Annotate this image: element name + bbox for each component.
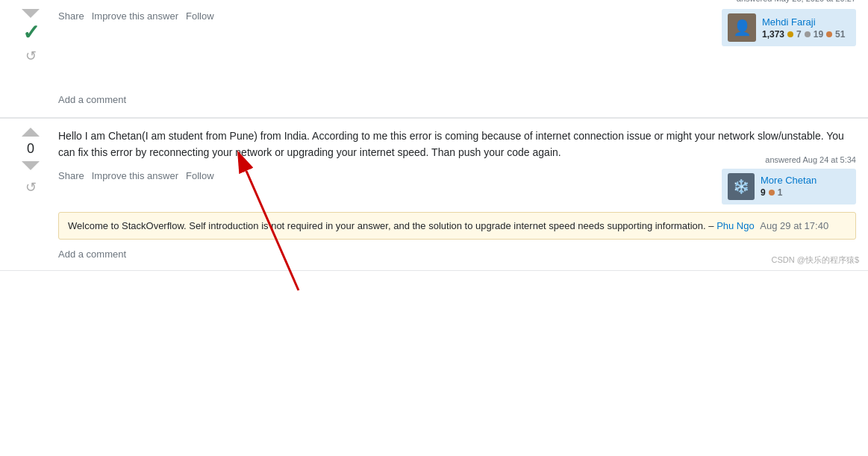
downvote-arrow-1[interactable]: [22, 9, 40, 18]
first-answered-time: answered May 28, 2020 at 20:27: [737, 0, 856, 3]
first-avatar-img: 👤: [728, 13, 756, 42]
first-gold-dot: [787, 31, 793, 37]
second-add-comment[interactable]: Add a comment: [58, 246, 126, 263]
first-avatar: 👤: [728, 13, 756, 42]
first-answerer-info: Mehdi Faraji 1,373 7 19 51: [762, 16, 845, 40]
second-answer-content: Hello I am Chetan(I am student from Pune…: [49, 128, 856, 270]
follow-link-2[interactable]: Follow: [186, 170, 214, 181]
comment-separator: –: [708, 220, 716, 231]
second-answer-body: Hello I am Chetan(I am student from Pune…: [58, 128, 856, 161]
first-bronze-dot: [826, 31, 832, 37]
first-answer-meta: Share Improve this answer Follow 👤 Mehdi…: [58, 9, 856, 46]
first-answer: ✓ ↺ Share Improve this answer Follow 👤 M…: [0, 0, 868, 118]
answers-container: ✓ ↺ Share Improve this answer Follow 👤 M…: [0, 0, 868, 271]
second-answer: 0 ↺ Hello I am Chetan(I am student from …: [0, 119, 868, 271]
first-silver-count: 19: [814, 29, 823, 40]
second-rep-value: 9: [761, 187, 766, 198]
share-link-1[interactable]: Share: [58, 10, 84, 22]
comment-block: Welcome to StackOverflow. Self introduct…: [58, 212, 856, 240]
history-icon-1[interactable]: ↺: [25, 48, 37, 64]
second-rep-row: 9 1: [761, 187, 817, 198]
first-bronze-count: 51: [835, 29, 845, 40]
accepted-check: ✓: [22, 22, 40, 43]
improve-link-2[interactable]: Improve this answer: [92, 170, 178, 181]
first-answerer-name[interactable]: Mehdi Faraji: [762, 16, 845, 28]
first-gold-count: 7: [796, 29, 802, 40]
second-answer-actions: Share Improve this answer Follow: [58, 169, 214, 181]
watermark: CSDN @快乐的程序猿$: [771, 254, 859, 266]
first-silver-dot: [805, 31, 811, 37]
share-link-2[interactable]: Share: [58, 170, 84, 181]
second-bronze-count: 1: [778, 187, 783, 198]
downvote-arrow-2[interactable]: [22, 161, 40, 170]
second-avatar-img: ❄️: [728, 173, 755, 200]
first-rep-value: 1,373: [762, 29, 784, 40]
vote-column-1: ✓ ↺: [12, 9, 49, 108]
first-rep-row: 1,373 7 19 51: [762, 29, 845, 40]
comment-text: Welcome to StackOverflow. Self introduct…: [68, 220, 706, 231]
first-add-comment[interactable]: Add a comment: [58, 91, 126, 108]
commenter-name[interactable]: Phu Ngo: [716, 220, 755, 231]
second-answerer-info: More Chetan 9 1: [761, 175, 817, 198]
second-bronze-dot: [769, 190, 775, 196]
upvote-arrow-2[interactable]: [22, 128, 40, 137]
first-answerer-card: 👤 Mehdi Faraji 1,373 7 19 51: [722, 9, 856, 46]
improve-link-1[interactable]: Improve this answer: [92, 10, 178, 22]
history-icon-2[interactable]: ↺: [25, 179, 37, 196]
vote-column-2: 0 ↺: [12, 128, 49, 270]
vote-count-2: 0: [27, 141, 34, 157]
second-answered-time: answered Aug 24 at 5:34: [765, 155, 856, 164]
first-answer-actions: Share Improve this answer Follow: [58, 9, 214, 22]
second-answer-meta: Share Improve this answer Follow answere…: [58, 169, 856, 204]
first-answer-content: Share Improve this answer Follow 👤 Mehdi…: [49, 9, 856, 108]
follow-link-1[interactable]: Follow: [186, 10, 214, 22]
second-avatar: ❄️: [728, 173, 755, 200]
second-answerer-name[interactable]: More Chetan: [761, 175, 817, 186]
second-answerer-card: answered Aug 24 at 5:34 ❄️ More Chetan 9…: [722, 169, 856, 204]
comment-time: Aug 29 at 17:40: [760, 220, 828, 231]
